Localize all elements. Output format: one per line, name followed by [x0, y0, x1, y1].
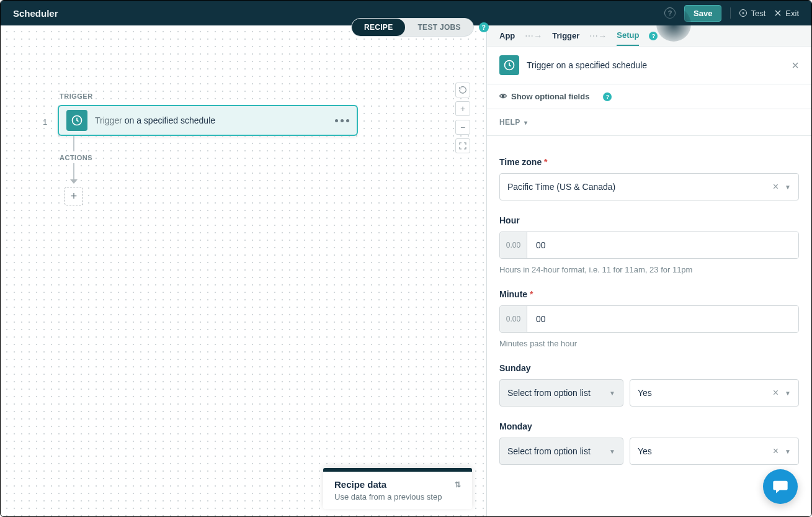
show-optional-fields-link[interactable]: 👁 Show optional fields: [499, 92, 589, 101]
recipe-data-title: Recipe data: [334, 479, 386, 490]
exit-button[interactable]: Exit: [774, 9, 799, 18]
recipe-data-subtitle: Use data from a previous step: [334, 492, 461, 501]
panel-header-title: Trigger on a specified schedule: [527, 60, 647, 70]
monday-label: Monday: [499, 421, 799, 431]
chat-icon: [772, 478, 789, 495]
sunday-value-select[interactable]: Yes × ▼: [630, 379, 799, 407]
chevron-down-icon: ▼: [785, 448, 791, 455]
zoom-in-button[interactable]: +: [455, 101, 470, 116]
actions-section-label: ACTIONS: [60, 154, 92, 161]
connector-line: [73, 136, 74, 151]
tab-app[interactable]: App: [499, 26, 515, 45]
pill-help-icon[interactable]: ?: [479, 22, 489, 32]
clear-icon[interactable]: ×: [773, 387, 779, 398]
clock-icon: [499, 55, 519, 75]
monday-value-select[interactable]: Yes × ▼: [630, 438, 799, 465]
add-action-button[interactable]: +: [65, 187, 83, 205]
trigger-step-card[interactable]: Trigger on a specified schedule: [58, 105, 358, 136]
trigger-section-label: TRIGGER: [60, 92, 93, 100]
setup-help-icon[interactable]: ?: [649, 32, 658, 40]
close-panel-button[interactable]: ×: [792, 58, 799, 73]
connector-line: [73, 163, 74, 181]
tab-recipe[interactable]: RECIPE: [352, 19, 405, 36]
timezone-label: Time zone *: [499, 157, 799, 167]
test-button[interactable]: Test: [739, 9, 765, 18]
trigger-step-label: Trigger on a specified schedule: [95, 115, 215, 125]
arrow-right-icon: ⋯→: [589, 31, 607, 41]
expand-icon: [459, 142, 466, 150]
undo-icon: [458, 86, 467, 94]
recipe-canvas[interactable]: TRIGGER 1 Trigger on a specified schedul…: [1, 25, 486, 516]
step-number: 1: [43, 117, 47, 127]
chat-button[interactable]: [763, 469, 798, 504]
clear-icon[interactable]: ×: [773, 446, 779, 457]
clock-icon: [66, 110, 87, 131]
hour-label: Hour: [499, 215, 799, 225]
page-title: Scheduler: [13, 8, 58, 19]
timezone-select[interactable]: Pacific Time (US & Canada) × ▼: [499, 173, 799, 200]
monday-mode-select[interactable]: Select from option list ▼: [499, 438, 623, 465]
step-menu-icon[interactable]: [335, 119, 349, 122]
fit-button[interactable]: [455, 138, 470, 153]
tab-setup[interactable]: Setup: [617, 25, 639, 46]
help-section-toggle[interactable]: HELP ▾: [499, 118, 799, 127]
close-icon: [774, 9, 782, 17]
number-prefix: 0.00: [500, 306, 527, 332]
undo-button[interactable]: [455, 83, 470, 97]
minute-input[interactable]: [527, 306, 798, 332]
divider: [730, 7, 731, 19]
tab-testjobs[interactable]: TEST JOBS: [405, 19, 473, 36]
tab-trigger[interactable]: Trigger: [552, 26, 579, 45]
chevron-down-icon: ▾: [524, 119, 527, 126]
sunday-label: Sunday: [499, 363, 799, 373]
sunday-mode-select[interactable]: Select from option list ▼: [499, 379, 623, 407]
arrow-down-icon: [70, 179, 78, 184]
number-prefix: 0.00: [500, 232, 527, 258]
eye-icon: 👁: [499, 92, 507, 101]
save-button[interactable]: Save: [684, 5, 721, 22]
zoom-out-button[interactable]: −: [455, 120, 470, 135]
play-icon: [739, 9, 747, 17]
optional-help-icon[interactable]: ?: [603, 92, 612, 101]
chevron-down-icon: ▼: [609, 390, 615, 397]
minute-label: Minute *: [499, 289, 799, 299]
chevron-down-icon: ▼: [785, 390, 791, 397]
setup-panel: App ⋯→ Trigger ⋯→ Setup ? Trigger on a s…: [486, 25, 811, 516]
view-toggle: RECIPE TEST JOBS: [351, 18, 474, 37]
hour-hint: Hours in 24-hour format, i.e. 11 for 11a…: [499, 265, 799, 274]
chevron-down-icon: ▼: [785, 184, 791, 191]
expand-collapse-icon[interactable]: ⇅: [455, 480, 461, 489]
arrow-right-icon: ⋯→: [525, 31, 542, 41]
help-icon[interactable]: ?: [664, 7, 676, 19]
hour-input[interactable]: [527, 232, 798, 258]
minute-hint: Minutes past the hour: [499, 339, 799, 348]
clear-icon[interactable]: ×: [773, 181, 779, 192]
chevron-down-icon: ▼: [609, 448, 615, 455]
recipe-data-panel[interactable]: Recipe data ⇅ Use data from a previous s…: [323, 468, 472, 509]
